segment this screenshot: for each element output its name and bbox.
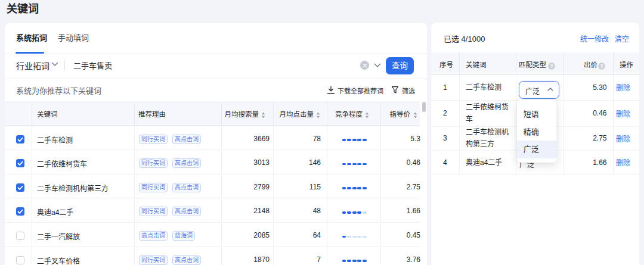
svg-text:?: ? [550,63,553,69]
svg-text:?: ? [600,63,603,69]
